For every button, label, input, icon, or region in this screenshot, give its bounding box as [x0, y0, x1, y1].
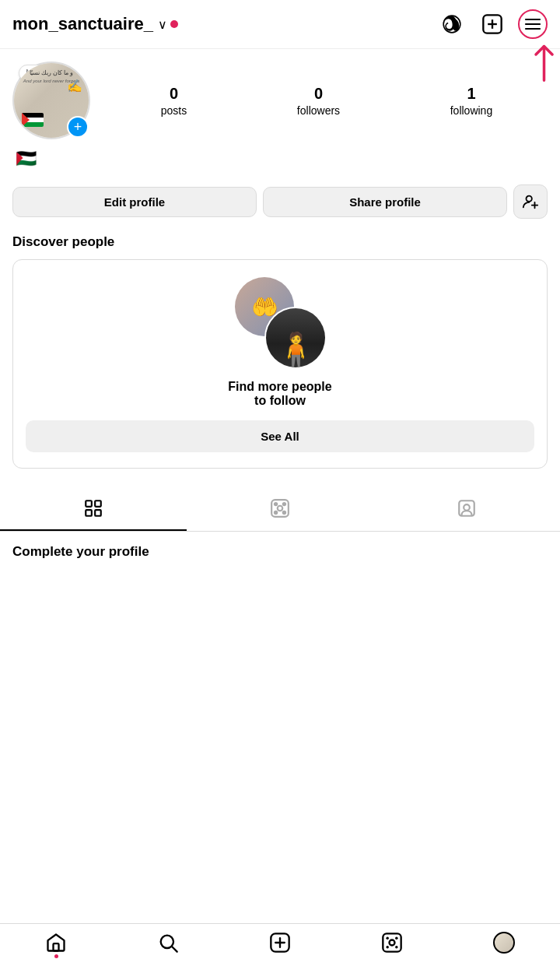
following-stat[interactable]: 1 following — [450, 85, 492, 117]
threads-button[interactable] — [437, 9, 467, 39]
profile-bio: 🇵🇸 — [12, 149, 548, 169]
discover-avatar-front: 🧍 — [264, 307, 327, 369]
add-person-button[interactable] — [513, 184, 548, 219]
complete-profile-title: Complete your profile — [12, 544, 548, 560]
chevron-down-icon[interactable]: ∨ — [158, 17, 167, 32]
svg-rect-13 — [95, 510, 101, 516]
posts-count: 0 — [170, 85, 178, 103]
profile-section: Note... و ما كان ربك نسيًا And your lord… — [0, 49, 560, 175]
header-icons — [437, 9, 548, 39]
followers-label: followers — [297, 104, 340, 117]
followers-stat[interactable]: 0 followers — [297, 85, 340, 117]
svg-point-19 — [283, 511, 285, 514]
edit-profile-button[interactable]: Edit profile — [12, 187, 257, 217]
discover-title: Discover people — [12, 234, 548, 250]
svg-point-16 — [275, 503, 277, 505]
svg-rect-12 — [86, 510, 92, 516]
username-controls: ∨ — [158, 17, 178, 32]
discover-section: Discover people 🤲 🧍 Find more people to … — [0, 228, 560, 481]
see-all-button[interactable]: See All — [26, 420, 534, 452]
discover-card: 🤲 🧍 Find more people to follow See All — [12, 259, 548, 469]
tab-grid[interactable] — [0, 487, 187, 531]
followers-count: 0 — [314, 85, 323, 103]
following-count: 1 — [467, 85, 475, 103]
svg-rect-14 — [271, 500, 289, 517]
following-label: following — [450, 104, 492, 117]
header: mon_sanctuaire_ ∨ — [0, 0, 560, 49]
svg-point-7 — [527, 196, 532, 202]
complete-profile-section: Complete your profile — [0, 532, 560, 566]
svg-point-15 — [278, 506, 283, 511]
tab-tagged[interactable] — [373, 487, 560, 531]
svg-point-17 — [283, 503, 285, 505]
flag-emoji: 🇵🇸 — [16, 149, 37, 168]
posts-label: posts — [161, 104, 187, 117]
username[interactable]: mon_sanctuaire_ — [12, 14, 153, 34]
profile-row: Note... و ما كان ربك نسيًا And your lord… — [12, 61, 548, 139]
online-dot — [170, 20, 178, 28]
stats-row: 0 posts 0 followers 1 following — [106, 85, 548, 117]
posts-stat[interactable]: 0 posts — [161, 85, 187, 117]
svg-rect-11 — [95, 501, 101, 507]
header-left: mon_sanctuaire_ ∨ — [12, 14, 178, 34]
content-tabs — [0, 487, 560, 532]
menu-button[interactable] — [518, 9, 548, 39]
avatar-wrapper: Note... و ما كان ربك نسيًا And your lord… — [12, 61, 90, 139]
share-profile-button[interactable]: Share profile — [263, 187, 507, 217]
new-post-button[interactable] — [478, 9, 507, 39]
svg-point-21 — [464, 504, 470, 511]
svg-rect-10 — [86, 501, 92, 507]
discover-avatars: 🤲 🧍 — [233, 276, 327, 369]
action-buttons: Edit profile Share profile — [0, 175, 560, 228]
discover-text: Find more people to follow — [228, 380, 331, 408]
add-avatar-button[interactable]: + — [67, 116, 89, 138]
tab-reels[interactable] — [187, 487, 373, 531]
svg-point-18 — [275, 511, 277, 514]
